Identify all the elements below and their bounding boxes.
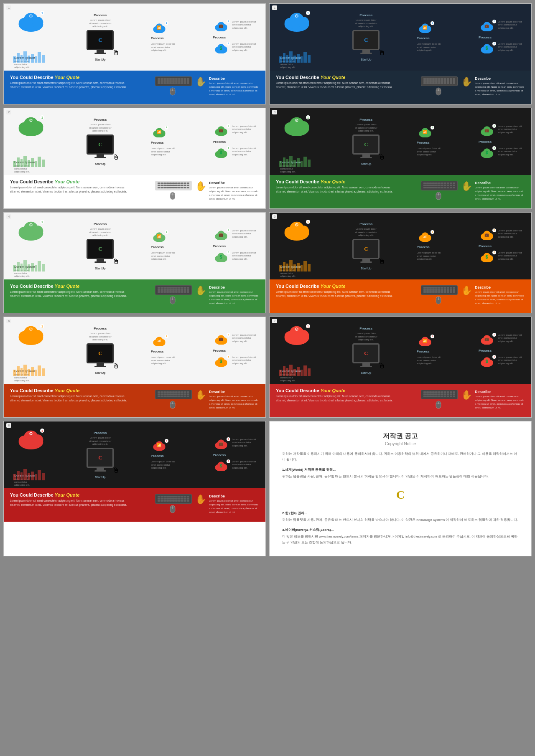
svg-rect-230: [20, 472, 23, 480]
slide-10: 저작권 공고 Copyright Notice 귀하는 저작물을 이용하시기 위…: [269, 421, 532, 556]
svg-rect-12: [42, 55, 45, 63]
bottom-text-block: You Could Describe Your Quote Lorem ipsu…: [10, 179, 152, 194]
keyboard: [155, 76, 192, 86]
copyright-section-3: 3.네이버(naver)& 커스텀(Zcora)... 더 많은 정보를 원하시…: [282, 527, 519, 546]
svg-rect-92: [293, 160, 296, 167]
describe-text-block: Describe Lorem ipsum dolor sit amet cons…: [475, 181, 525, 201]
monitor-base: [360, 261, 372, 263]
svg-point-59: [32, 121, 43, 132]
svg-rect-96: [308, 160, 311, 167]
clouds-row-top: 📶 1: [151, 22, 168, 34]
left-cloud-group: ⚙ 1 Lorem ipsum dolor sit ametconsectetu…: [12, 10, 50, 64]
cloud-briefcase: 💼 2: [479, 229, 495, 241]
slide-body: Lorem ipsum dolor sit amet consectetur a…: [276, 81, 393, 89]
svg-rect-5: [17, 53, 20, 63]
page-number: 6: [6, 319, 11, 323]
slide-title: You Could Describe Your Quote: [276, 388, 418, 393]
cloud-briefcase-text: Lorem ipsum dolor sit amet consectetur a…: [232, 229, 257, 239]
process-2-label: Process: [417, 245, 430, 249]
process-2-text: Lorem ipsum dolor sit amet consectetur a…: [151, 356, 176, 365]
main-cloud: ⚙ 1: [280, 219, 313, 242]
describe-text-block: Describe Lorem ipsum dolor sit amet cons…: [209, 76, 259, 96]
process-2-label: Process: [417, 36, 430, 40]
slide-6: 5 ⚙ 1 Lorem ipsum d: [269, 212, 532, 313]
svg-rect-121: [31, 263, 34, 271]
right-clouds: 💼 2 Lorem ipsum dolor sit amet consectet…: [213, 334, 257, 368]
process-1-label: Process: [359, 222, 372, 226]
page-number: 5: [272, 214, 277, 219]
main-cloud: ⚙ 1: [14, 10, 48, 33]
center-right: 📶 1 Process Lorem ipsum dolor sit amet c…: [417, 22, 442, 52]
cloud-briefcase-group: 💼 2 Lorem ipsum dolor sit amet consectet…: [213, 334, 257, 345]
left-cloud-group: ⚙ 1 Lorem ipsum dolor sit ametconsectetu…: [12, 428, 50, 482]
copyright-page: 저작권 공고 Copyright Notice 귀하는 저작물을 이용하시기 위…: [270, 421, 531, 556]
full-slide: ⚙ 1 Lorem ipsum dolor sit ametconsectetu…: [4, 4, 265, 104]
startup-label: StartUp: [95, 267, 105, 270]
svg-rect-65: [31, 158, 34, 167]
full-slide: ⚙ 1 Lorem ipsum dolor sit ametconsectetu…: [270, 108, 531, 208]
bottom-text-block: You Could Describe Your Quote Lorem ipsu…: [10, 75, 152, 89]
main-cloud: ⚙ 1: [14, 219, 48, 242]
describe-text-block: Describe Lorem ipsum dolor sit amet cons…: [209, 390, 259, 410]
left-cloud-group: ⚙ 1 Lorem ipsum dolor sit ametconsectetu…: [278, 323, 316, 378]
slide-bottom: You Could Describe Your Quote Lorem ipsu…: [4, 175, 265, 208]
cloud-dollar: 💲 3: [479, 43, 495, 54]
main-cloud: ⚙ 1: [14, 428, 48, 451]
bottom-text-block: You Could Describe Your Quote Lorem ipsu…: [10, 492, 152, 507]
describe-block: ✋ Describe Lorem ipsum dolor sit amet co…: [195, 284, 259, 305]
process-1-label: Process: [359, 118, 372, 122]
slide-body: Lorem ipsum dolor sit amet consectetur a…: [10, 81, 127, 89]
cloud-dollar: 💲 3: [213, 460, 229, 472]
process-1-label: Process: [94, 13, 107, 17]
hand-pointer: 🖱: [112, 153, 120, 162]
monitor: C: [352, 239, 380, 259]
keyboard-mouse-block: [421, 179, 458, 200]
process-3-label: Process: [479, 36, 523, 39]
page-number: 1: [272, 5, 277, 10]
slide-title: You Could Describe Your Quote: [276, 75, 418, 80]
svg-rect-7: [23, 51, 27, 63]
svg-rect-33: [283, 53, 285, 63]
slide-7: 6 ⚙ 1 Lorem ipsum d: [3, 317, 266, 418]
keyboard-mouse-block: [421, 75, 458, 96]
process-2-text: Lorem ipsum dolor sit amet consectetur a…: [417, 147, 442, 157]
monitor: C: [352, 343, 380, 363]
right-clouds: 💼 2 Lorem ipsum dolor sit amet consectet…: [479, 20, 523, 54]
process-3-label: Process: [213, 453, 257, 457]
svg-rect-149: [297, 263, 300, 271]
monitor-base: [360, 157, 372, 158]
cloud-briefcase-group: 💼 2 Lorem ipsum dolor sit amet consectet…: [479, 229, 523, 241]
copyright-title: 저작권 공고: [282, 432, 519, 441]
page-number: 1: [6, 5, 11, 10]
clouds-row-top: 📶 1: [151, 127, 168, 138]
illustration-area: ⚙ 1 Lorem ipsum dolor sit ametconsectetu…: [4, 421, 265, 488]
center-left: Process Lorem ipsum dolor sit amet conse…: [87, 431, 114, 479]
cloud-dollar: 💲 3: [213, 356, 229, 368]
svg-rect-11: [38, 52, 41, 63]
svg-rect-88: [279, 161, 282, 167]
monitor: C: [87, 30, 114, 50]
svg-rect-9: [31, 54, 34, 63]
process-1-text: Lorem ipsum dolor sit amet consectetur a…: [354, 228, 377, 237]
center-right: 📶 1 Process Lorem ipsum dolor sit amet c…: [417, 231, 442, 261]
slide-body: Lorem ipsum dolor sit amet consectetur a…: [276, 290, 393, 298]
clouds-row-top: 📶 1: [151, 440, 168, 452]
process-1-label: Process: [359, 327, 372, 330]
svg-rect-144: [279, 265, 282, 271]
copyright-logo-wrap: C: [282, 484, 519, 506]
process-2-label: Process: [151, 350, 164, 353]
cloud-dollar-text: Lorem ipsum dolor sit amet consectetur a…: [232, 251, 257, 261]
slide-9: 8 ⚙ 1 Lorem ipsum d: [3, 421, 266, 556]
center-left: Process Lorem ipsum dolor sit amet conse…: [87, 327, 114, 374]
illustration-area: ⚙ 1 Lorem ipsum dolor sit ametconsectetu…: [270, 108, 531, 175]
full-slide: ⚙ 1 Lorem ipsum dolor sit ametconsectetu…: [270, 317, 531, 417]
cloud-dollar: 💲 3: [479, 251, 495, 263]
slide-title: You Could Describe Your Quote: [276, 179, 418, 184]
cloud-dollar: 💲 3: [479, 356, 495, 368]
bottom-text-block: You Could Describe Your Quote Lorem ipsu…: [10, 388, 152, 403]
main-cloud: ⚙ 1: [14, 114, 48, 137]
describe-text-block: Describe Lorem ipsum dolor sit amet cons…: [475, 390, 525, 410]
monitor-base: [94, 261, 106, 263]
left-cloud-group: ⚙ 1 Lorem ipsum dolor sit ametconsectetu…: [278, 114, 316, 169]
center-right: 📶 1 Process Lorem ipsum dolor sit amet c…: [417, 335, 442, 365]
